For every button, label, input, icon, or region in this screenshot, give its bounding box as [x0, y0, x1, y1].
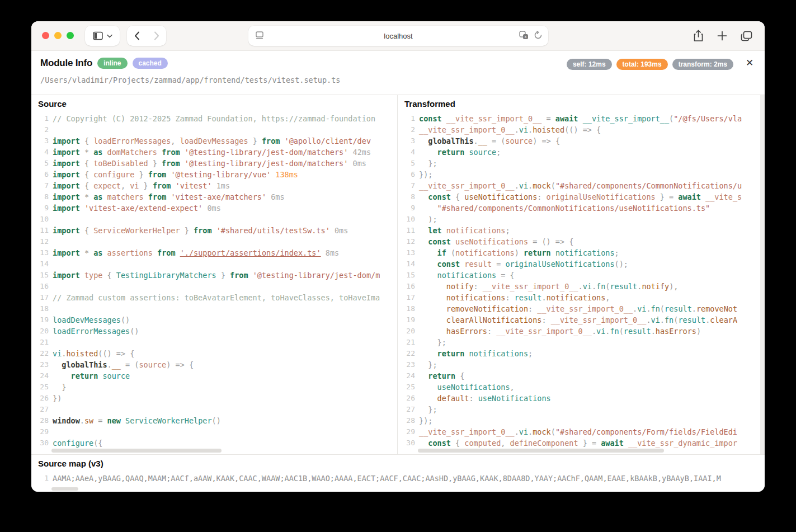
code-line: 27: [31, 404, 397, 415]
code-token: vi: [637, 304, 646, 313]
code-token: fn: [651, 304, 660, 313]
code-token: (: [619, 327, 624, 336]
code-token: [419, 226, 428, 235]
code-text: const __vite_ssr_import_0__ = await __vi…: [415, 113, 742, 124]
sourcemap-mappings: AAMA;AAeA,yBAAG,QAAQ,MAAM;AACf,aAAW,KAAK…: [49, 472, 721, 484]
code-token: =: [93, 416, 107, 425]
code-line: 26}): [31, 393, 397, 404]
code-text: };: [415, 158, 437, 169]
code-token: [419, 394, 437, 403]
forward-icon[interactable]: [154, 31, 159, 40]
code-text: globalThis.__ = (source) => {: [49, 359, 194, 370]
code-text: import type { TestingLibraryMatchers } f…: [49, 270, 380, 281]
code-token: result: [464, 260, 492, 269]
line-number: 5: [398, 158, 415, 169]
line-number: 1: [31, 113, 49, 124]
line-number: 12: [398, 236, 415, 247]
tab-overview-icon[interactable]: [741, 31, 752, 41]
nav-buttons: [127, 26, 166, 46]
code-token: return: [437, 349, 465, 358]
transformed-panel-title: Transformed: [398, 95, 765, 112]
code-text: [49, 281, 53, 292]
code-line: 14: [31, 258, 397, 270]
code-line: 13 if (notifications) return notificatio…: [398, 247, 765, 258]
traffic-light-minimize[interactable]: [54, 32, 62, 39]
reload-icon[interactable]: [534, 31, 543, 40]
line-number: 11: [31, 225, 49, 236]
sourcemap-hscrollbar[interactable]: [51, 487, 78, 491]
code-token: ({: [93, 439, 102, 448]
code-token: // Copyright (C) 2012-2025 Zammad Founda…: [53, 114, 375, 123]
code-token: [121, 416, 125, 425]
code-token: import: [53, 192, 80, 201]
line-number: 3: [398, 135, 415, 147]
code-token: ,: [501, 439, 510, 448]
code-token: from: [230, 271, 248, 280]
source-hscrollbar[interactable]: [51, 449, 222, 453]
code-line: 5import { toBeDisabled } from '@testing-…: [31, 158, 397, 169]
code-token: '@testing-library/jest-dom/m: [253, 271, 380, 280]
traffic-light-zoom[interactable]: [67, 32, 74, 39]
code-line: 15 notifications = {: [398, 270, 765, 281]
transformed-code: 1const __vite_ssr_import_0__ = await __v…: [398, 112, 765, 451]
code-token: };: [419, 405, 437, 414]
code-token: '@testing-library/vue': [171, 170, 271, 179]
new-tab-icon[interactable]: [717, 31, 727, 41]
code-line: 21 };: [398, 337, 765, 348]
badge-cached: cached: [133, 58, 168, 69]
code-text: import { loadErrorMessages, loadDevMessa…: [49, 135, 371, 147]
code-token: .: [592, 327, 596, 336]
url-field[interactable]: localhost x: [248, 26, 548, 46]
code-token: result: [624, 327, 651, 336]
code-token: = () => {: [528, 237, 573, 246]
back-icon[interactable]: [134, 31, 140, 40]
translate-icon[interactable]: x: [519, 31, 529, 40]
sourcemap-section: Source map (v3) 1 AAMA;AAeA,yBAAG,QAAQ,M…: [31, 454, 765, 492]
line-number: 17: [398, 292, 415, 303]
code-token: 'vitest': [176, 181, 212, 190]
code-line: 3import { loadErrorMessages, loadDevMess…: [31, 135, 397, 147]
badge-transform-time: transform: 2ms: [672, 59, 733, 70]
traffic-light-close[interactable]: [42, 32, 49, 39]
code-token: }: [139, 181, 152, 190]
code-token: vi: [596, 327, 605, 336]
code-line: 6import { configure } from '@testing-lib…: [31, 169, 397, 180]
code-token: __vite_ssr_import__: [583, 114, 669, 123]
code-token: useNotifications: [437, 383, 510, 392]
sidebar-toggle-button[interactable]: [85, 26, 120, 46]
code-token: :: [487, 327, 496, 336]
code-token: ,: [605, 293, 610, 302]
code-line: 11import { ServiceWorkerHelper } from '#…: [31, 225, 397, 236]
code-text: }: [49, 382, 66, 393]
code-token: result: [665, 304, 692, 313]
code-token: from: [153, 181, 171, 190]
code-token: vi: [651, 316, 660, 324]
code-text: [49, 337, 53, 348]
code-line: 26 default: useNotifications: [398, 393, 765, 404]
code-token: result: [515, 293, 542, 302]
code-line: 15import type { TestingLibraryMatchers }…: [31, 270, 397, 281]
code-token: as: [93, 148, 102, 157]
code-token: [80, 271, 84, 280]
close-icon[interactable]: ✕: [743, 57, 756, 69]
code-token: as: [93, 192, 102, 201]
page-icon[interactable]: [255, 31, 264, 41]
code-token: import: [53, 136, 80, 145]
code-token: import: [53, 181, 80, 190]
share-icon[interactable]: [693, 30, 704, 42]
code-token: useNotifications: [455, 237, 528, 246]
code-line: 23 globalThis.__ = (source) => {: [31, 359, 397, 370]
code-text: const { computed, defineComponent } = aw…: [415, 437, 737, 449]
code-text: [49, 258, 53, 270]
line-number: 6: [31, 169, 49, 180]
code-line: 1const __vite_ssr_import_0__ = await __v…: [398, 113, 765, 124]
svg-text:x: x: [525, 35, 527, 39]
code-token: useNotifications: [464, 192, 537, 201]
code-line: 18 removeNotification: __vite_ssr_import…: [398, 303, 765, 314]
vertical-scrollbar[interactable]: [760, 95, 765, 454]
transformed-hscrollbar[interactable]: [418, 449, 664, 453]
line-number: 4: [31, 147, 49, 158]
module-link[interactable]: './support/assertions/index.ts': [180, 248, 321, 257]
code-token: [442, 226, 446, 235]
code-token: :: [541, 316, 550, 324]
